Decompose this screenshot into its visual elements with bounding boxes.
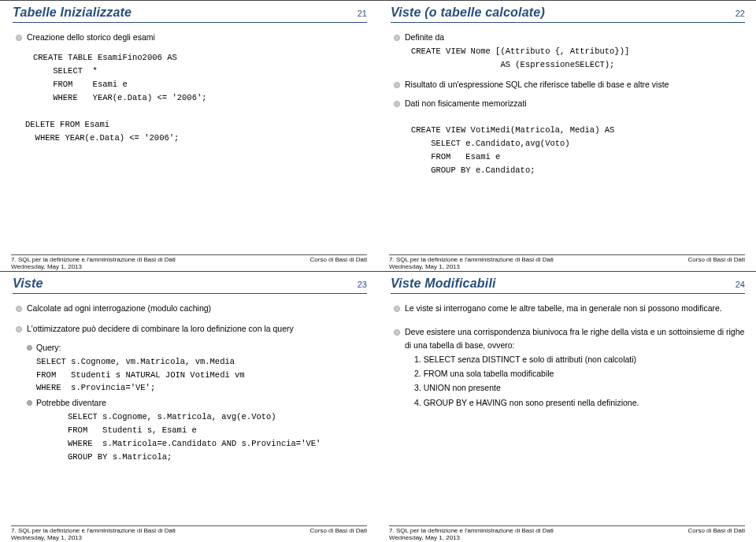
page: Tabelle Inizializzate 21 Creazione dello… [0, 0, 756, 542]
list-item: 2. FROM una sola tabella modificabile [414, 367, 745, 380]
slide-title: Viste Modificabili [391, 277, 496, 291]
footer-date: Wednesday, May 1, 2013 [11, 534, 82, 541]
bullet: Le viste si interrogano come le altre ta… [391, 302, 745, 314]
slide-title: Tabelle Inizializzate [13, 6, 132, 20]
slide-24: Viste Modificabili 24 Le viste si interr… [378, 271, 756, 542]
list-item: 1. SELECT senza DISTINCT e solo di attri… [414, 353, 745, 366]
slide-content: Definite da CREATE VIEW Nome [(Attributo… [391, 31, 745, 177]
title-row: Viste 23 [13, 275, 367, 294]
title-row: Tabelle Inizializzate 21 [13, 4, 367, 23]
code-block: SELECT s.Cognome, vm.Matricola, vm.Media… [36, 355, 367, 395]
bullet-sub: Query: [13, 341, 367, 354]
slide-title: Viste (o tabelle calcolate) [391, 6, 545, 20]
title-row: Viste Modificabili 24 [391, 275, 745, 294]
footer-left: 7. SQL per la definizione e l'amministra… [389, 256, 554, 263]
footer-left: 7. SQL per la definizione e l'amministra… [11, 256, 176, 263]
slide-title: Viste [13, 277, 43, 291]
slide-number: 22 [736, 9, 745, 18]
title-row: Viste (o tabelle calcolate) 22 [391, 4, 745, 23]
bullet-sub: Potrebbe diventare [13, 396, 367, 409]
footer-date: Wednesday, May 1, 2013 [11, 263, 82, 270]
slide-content: Le viste si interrogano come le altre ta… [391, 302, 745, 409]
footer-right: Corso di Basi di Dati [688, 527, 745, 534]
code-block: CREATE TABLE EsamiFino2006 AS SELECT * F… [33, 51, 367, 104]
code-block: DELETE FROM Esami WHERE YEAR(e.Data) <= … [25, 118, 367, 145]
slide-footer: 7. SQL per la definizione e l'amministra… [389, 525, 745, 534]
list-item: 4. GROUP BY e HAVING non sono presenti n… [414, 396, 745, 409]
bullet: L'ottimizzatore può decidere di combinar… [13, 322, 367, 335]
bullet: Creazione dello storico degli esami [13, 31, 367, 43]
bullet: Risultato di un'espressione SQL che rife… [391, 78, 745, 91]
slide-number: 21 [358, 9, 367, 18]
slide-number: 23 [358, 280, 367, 289]
slide-23: Viste 23 Calcolate ad ogni interrogazion… [0, 271, 378, 542]
code-block: SELECT s.Cognome, s.Matricola, avg(e.Vot… [68, 410, 367, 463]
slide-content: Calcolate ad ogni interrogazione (modulo… [13, 302, 367, 464]
footer-right: Corso di Basi di Dati [688, 256, 745, 263]
bullet: Calcolate ad ogni interrogazione (modulo… [13, 302, 367, 314]
footer-left: 7. SQL per la definizione e l'amministra… [11, 527, 176, 534]
code-block: CREATE VIEW Nome [(Attributo {, Attribut… [411, 45, 745, 72]
slide-footer: 7. SQL per la definizione e l'amministra… [389, 254, 745, 263]
slide-22: Viste (o tabelle calcolate) 22 Definite … [378, 0, 756, 271]
footer-left: 7. SQL per la definizione e l'amministra… [389, 527, 554, 534]
code-block: CREATE VIEW VotiMedi(Matricola, Media) A… [411, 124, 745, 176]
slide-21: Tabelle Inizializzate 21 Creazione dello… [0, 0, 378, 271]
footer-right: Corso di Basi di Dati [310, 527, 367, 534]
bullet: Dati non fisicamente memorizzati [391, 97, 745, 110]
footer-date: Wednesday, May 1, 2013 [389, 534, 460, 541]
bullet: Deve esistere una corrispondenza biunivo… [391, 325, 745, 351]
slide-footer: 7. SQL per la definizione e l'amministra… [11, 254, 367, 263]
slide-footer: 7. SQL per la definizione e l'amministra… [11, 525, 367, 534]
footer-right: Corso di Basi di Dati [310, 256, 367, 263]
slide-content: Creazione dello storico degli esami CREA… [13, 31, 367, 145]
footer-date: Wednesday, May 1, 2013 [389, 263, 460, 270]
slide-number: 24 [736, 280, 745, 289]
bullet: Definite da [391, 31, 745, 43]
list-item: 3. UNION non presente [414, 381, 745, 394]
